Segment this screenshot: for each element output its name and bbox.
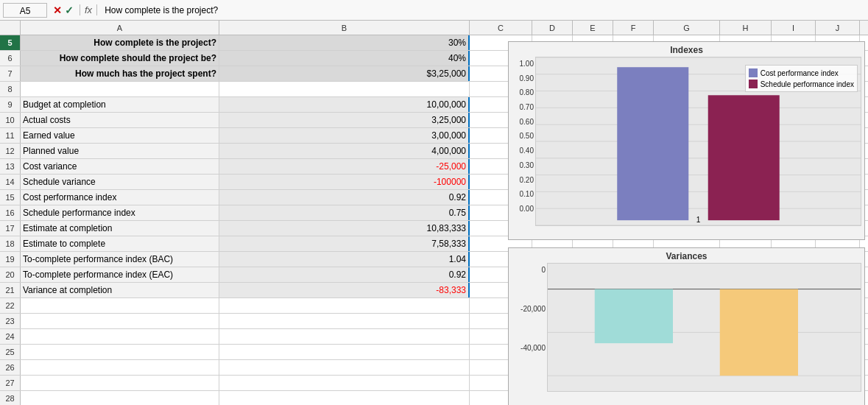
cell-b21[interactable]: -83,333 xyxy=(219,283,470,297)
cell-b17[interactable]: 10,83,333 xyxy=(219,221,470,236)
col-header-h[interactable]: H xyxy=(720,21,772,35)
row-num-15[interactable]: 15 xyxy=(0,190,21,205)
cell-a20[interactable]: To-complete performance index (EAC) xyxy=(21,267,219,282)
cell-b11[interactable]: 3,00,000 xyxy=(219,128,470,143)
cell-a27[interactable] xyxy=(21,376,219,390)
cell-b13[interactable]: -25,000 xyxy=(219,159,470,174)
chart-indexes-title: Indexes xyxy=(509,42,864,57)
row-num-27[interactable]: 27 xyxy=(0,376,21,390)
cell-b14[interactable]: -100000 xyxy=(219,175,470,189)
col-header-i[interactable]: I xyxy=(772,21,816,35)
cell-a9[interactable]: Budget at completion xyxy=(21,97,219,112)
cell-b6[interactable]: 40% xyxy=(219,51,470,66)
col-header-b[interactable]: B xyxy=(219,21,470,35)
cell-a6[interactable]: How complete should the project be? xyxy=(21,51,219,66)
cell-a26[interactable] xyxy=(21,360,219,375)
row-num-25[interactable]: 25 xyxy=(0,345,21,359)
row-num-23[interactable]: 23 xyxy=(0,314,21,328)
cell-a28[interactable] xyxy=(21,391,219,405)
row-num-16[interactable]: 16 xyxy=(0,205,21,220)
cell-reference-box[interactable]: A5 xyxy=(3,3,47,18)
bar-cpi xyxy=(617,67,688,220)
row-num-6[interactable]: 6 xyxy=(0,51,21,66)
cell-a13[interactable]: Cost variance xyxy=(21,159,219,174)
formula-bar: A5 ✕ ✓ fx How complete is the project? xyxy=(0,0,868,21)
row-num-11[interactable]: 11 xyxy=(0,128,21,143)
cell-a10[interactable]: Actual costs xyxy=(21,113,219,127)
cell-b19[interactable]: 1.04 xyxy=(219,252,470,267)
cell-a7[interactable]: How much has the project spent? xyxy=(21,66,219,81)
cell-b20[interactable]: 0.92 xyxy=(219,267,470,282)
cell-a16[interactable]: Schedule performance index xyxy=(21,205,219,220)
chart-indexes: Indexes 1.00 0.90 0.80 0.70 0.60 0.50 0.… xyxy=(508,41,865,240)
row-num-10[interactable]: 10 xyxy=(0,113,21,127)
legend-cpi-color xyxy=(749,68,758,77)
row-num-8[interactable]: 8 xyxy=(0,82,21,96)
row-num-14[interactable]: 14 xyxy=(0,175,21,189)
cell-a5[interactable]: How complete is the project? xyxy=(21,35,219,50)
cell-b25[interactable] xyxy=(219,345,470,359)
col-header-g[interactable]: G xyxy=(654,21,720,35)
row-num-7[interactable]: 7 xyxy=(0,66,21,81)
cell-b15[interactable]: 0.92 xyxy=(219,190,470,205)
chart-variances-svg xyxy=(548,264,861,391)
row-num-17[interactable]: 17 xyxy=(0,221,21,236)
spreadsheet-wrapper: A B C D E F G H I J 5How complete is the… xyxy=(0,21,868,405)
col-header-f[interactable]: F xyxy=(613,21,654,35)
col-header-c[interactable]: C xyxy=(470,21,532,35)
chart-variances-y-axis: 0 -20,000 -40,000 xyxy=(512,263,547,392)
cell-b18[interactable]: 7,58,333 xyxy=(219,236,470,251)
cell-a22[interactable] xyxy=(21,298,219,313)
col-header-e[interactable]: E xyxy=(573,21,613,35)
cell-a19[interactable]: To-complete performance index (BAC) xyxy=(21,252,219,267)
cell-a8[interactable] xyxy=(21,82,219,96)
formula-text: How complete is the project? xyxy=(100,5,218,15)
column-headers: A B C D E F G H I J xyxy=(0,21,868,35)
cell-a24[interactable] xyxy=(21,329,219,344)
row-num-21[interactable]: 21 xyxy=(0,283,21,297)
row-num-28[interactable]: 28 xyxy=(0,391,21,405)
confirm-icon[interactable]: ✓ xyxy=(65,4,74,16)
cell-b26[interactable] xyxy=(219,360,470,375)
cell-a12[interactable]: Planned value xyxy=(21,144,219,158)
row-num-20[interactable]: 20 xyxy=(0,267,21,282)
bar-cv xyxy=(595,289,673,344)
col-header-d[interactable]: D xyxy=(532,21,573,35)
cell-b7[interactable]: $3,25,000 xyxy=(219,66,470,81)
cell-a21[interactable]: Variance at completion xyxy=(21,283,219,297)
legend-spi-label: Schedule performance index xyxy=(761,80,854,88)
row-num-5[interactable]: 5 xyxy=(0,35,21,50)
cell-b27[interactable] xyxy=(219,376,470,390)
row-num-12[interactable]: 12 xyxy=(0,144,21,158)
cell-b12[interactable]: 4,00,000 xyxy=(219,144,470,158)
row-num-9[interactable]: 9 xyxy=(0,97,21,112)
row-num-22[interactable]: 22 xyxy=(0,298,21,313)
cell-b24[interactable] xyxy=(219,329,470,344)
row-num-19[interactable]: 19 xyxy=(0,252,21,267)
cell-a15[interactable]: Cost performance index xyxy=(21,190,219,205)
cell-a18[interactable]: Estimate to complete xyxy=(21,236,219,251)
cell-a17[interactable]: Estimate at completion xyxy=(21,221,219,236)
row-num-18[interactable]: 18 xyxy=(0,236,21,251)
cell-b16[interactable]: 0.75 xyxy=(219,205,470,220)
formula-icons: ✕ ✓ xyxy=(50,4,77,16)
chart-indexes-x-label: 1 xyxy=(696,216,701,224)
cell-a11[interactable]: Earned value xyxy=(21,128,219,143)
fx-label: fx xyxy=(80,4,97,15)
row-num-13[interactable]: 13 xyxy=(0,159,21,174)
col-header-a[interactable]: A xyxy=(21,21,219,35)
cell-b22[interactable] xyxy=(219,298,470,313)
row-num-26[interactable]: 26 xyxy=(0,360,21,375)
cell-b10[interactable]: 3,25,000 xyxy=(219,113,470,127)
cell-b5[interactable]: 30% xyxy=(219,35,470,50)
row-num-24[interactable]: 24 xyxy=(0,329,21,344)
cell-a23[interactable] xyxy=(21,314,219,328)
col-header-j[interactable]: J xyxy=(816,21,860,35)
cell-b23[interactable] xyxy=(219,314,470,328)
cell-b28[interactable] xyxy=(219,391,470,405)
cancel-icon[interactable]: ✕ xyxy=(53,4,62,16)
cell-a14[interactable]: Schedule variance xyxy=(21,175,219,189)
cell-b9[interactable]: 10,00,000 xyxy=(219,97,470,112)
cell-b8[interactable] xyxy=(219,82,470,96)
cell-a25[interactable] xyxy=(21,345,219,359)
